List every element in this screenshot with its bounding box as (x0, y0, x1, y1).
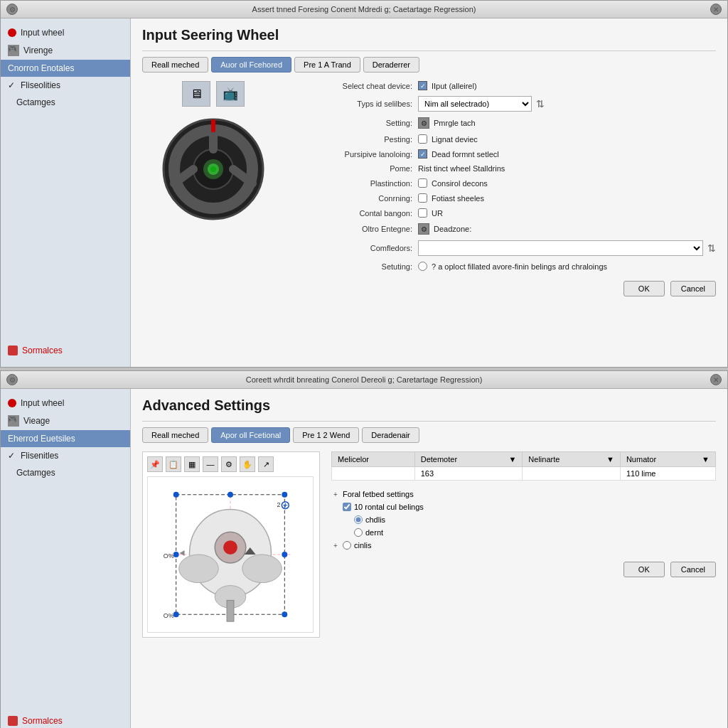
svg-rect-6 (211, 119, 215, 132)
label-conrning: Conrning: (299, 194, 412, 203)
tool-table[interactable]: ▦ (184, 456, 200, 472)
sidebar-bottom: Sormalces (1, 340, 130, 361)
divider-1 (142, 50, 716, 51)
label-oltro: Oltro Entegne: (299, 225, 412, 233)
window2-buttons: OK Cancel (331, 562, 716, 577)
sort-icon-comfledors: ⇅ (707, 242, 716, 254)
sidebar-item-virenge[interactable]: 🎮 Virenge (1, 41, 130, 60)
form-fields-1: Select cheat device: ✓ IIput (alleirel) … (299, 81, 716, 296)
table-row-1: 163 110 lime (332, 467, 716, 481)
svg-point-16 (173, 611, 179, 617)
select-comfledors[interactable] (418, 240, 703, 256)
sidebar2-item-gctamges[interactable]: Gctamges (1, 464, 130, 481)
sidebar2-item-input-wheel[interactable]: Input wheel (1, 395, 130, 412)
tool-minus[interactable]: — (203, 456, 218, 472)
sidebar-item-cnorron[interactable]: Cnorron Enotales (1, 60, 130, 77)
window1-sidebar: Input wheel 🎮 Virenge Cnorron Enotales F… (1, 18, 131, 367)
tab2-apor[interactable]: Apor oll Fcetional (211, 427, 290, 443)
data-table: Melicelor Detemoter ▼ Nelinarte ▼ (331, 451, 716, 481)
checkbox-pursipive[interactable]: ✓ (418, 149, 427, 159)
text-pome: Rist tinct wheel Stalldrins (418, 164, 505, 173)
label-contal: Contal bangon: (299, 209, 412, 218)
window1-tabs: Reall meched Auor oll Fcehored Pre 1 A T… (142, 57, 716, 73)
checkbox-10rontal[interactable] (343, 503, 351, 511)
tree-item-chdlis: chdlis (331, 513, 716, 526)
value-contal: UR (418, 208, 716, 218)
tool-arrow[interactable]: ↗ (258, 456, 274, 472)
steering-wheel-image (156, 112, 270, 226)
sidebar2-item-eherrod[interactable]: Eherrod Euetsiles (1, 430, 130, 447)
tab1-dera[interactable]: Deraderrer (363, 57, 419, 73)
col-sort-nel[interactable]: ▼ (606, 455, 614, 464)
tab2-pre12[interactable]: Pre 1 2 Wend (293, 427, 359, 443)
tab1-auor[interactable]: Auor oll Fcehored (211, 57, 291, 73)
device-icons-row: 🖥 📺 (182, 81, 245, 107)
radio-cinlis[interactable] (343, 541, 351, 550)
sidebar-item-input-wheel[interactable]: Input wheel (1, 24, 130, 41)
checkbox-contal[interactable] (418, 208, 427, 218)
sidebar2-item-flisenitles[interactable]: Flisenitles (1, 447, 130, 464)
field-pesting: Pesting: Lignat deviec (299, 134, 716, 144)
tool-hand[interactable]: ✋ (240, 456, 255, 472)
page-title-2: Advanced Settings (142, 397, 716, 414)
window1-buttons: OK Cancel (299, 281, 716, 296)
value-conrning: Fotiast sheeles (418, 193, 716, 203)
col-sort-det[interactable]: ▼ (508, 455, 516, 464)
radio-chdlis[interactable] (354, 515, 363, 524)
window2-main: Advanced Settings Reall meched Apor oll … (131, 389, 727, 728)
text-oltro: Deadzone: (434, 225, 471, 233)
sidebar-bottom-icon (8, 346, 18, 355)
value-pursipive: ✓ Dead formnt setlecl (418, 149, 716, 159)
sidebar2-spacer (1, 481, 130, 710)
tab2-reall[interactable]: Reall meched (142, 427, 208, 443)
checkbox-pesting[interactable] (418, 134, 427, 144)
cancel-button-2[interactable]: Cancel (670, 562, 716, 577)
sidebar-item-fliseolities[interactable]: Fliseolities (1, 77, 130, 94)
device-image-area: 🖥 📺 (142, 81, 284, 296)
cancel-button-1[interactable]: Cancel (670, 281, 716, 296)
checkbox-select-cheat[interactable]: ✓ (418, 81, 427, 90)
tool-gear[interactable]: ⚙ (221, 456, 237, 472)
ok-button-2[interactable]: OK (623, 562, 665, 577)
col-sort-num[interactable]: ▼ (702, 455, 710, 464)
field-types: Typs id selilbes: Nim all selectrado) ⇅ (299, 96, 716, 112)
device-icon-1: 🖥 (182, 81, 210, 107)
tree-expand-foral[interactable]: + (331, 490, 340, 498)
col-nelinarte: Nelinarte ▼ (523, 452, 621, 467)
tab2-dera[interactable]: Deradenair (362, 427, 419, 443)
tree-expand-cinlis[interactable]: + (331, 541, 340, 550)
gear-icon: ⚙ (418, 117, 429, 129)
tool-pin[interactable]: 📌 (147, 456, 163, 472)
label-pesting: Pesting: (299, 135, 412, 144)
label-setuting: Setuting: (299, 262, 412, 271)
tree-label-chdlis: chdlis (365, 515, 385, 524)
checkbox-conrning[interactable] (418, 193, 427, 203)
svg-point-14 (173, 492, 179, 498)
gear-icon-oltro: ⚙ (418, 223, 429, 235)
sidebar2-label-input-wheel: Input wheel (21, 398, 64, 408)
select-types[interactable]: Nim all selectrado) (418, 96, 532, 112)
tool-copy[interactable]: 📋 (166, 456, 181, 472)
divider-2 (142, 421, 716, 422)
svg-point-27 (223, 540, 237, 555)
tab1-pre1a[interactable]: Pre 1 A Trand (294, 57, 360, 73)
text-pesting: Lignat deviec (432, 135, 478, 144)
field-oltro: Oltro Entegne: ⚙ Deadzone: (299, 223, 716, 235)
sidebar2-item-vieage[interactable]: 🎮 Vieage (1, 412, 130, 430)
label-setting: Setting: (299, 119, 412, 127)
cell-numator: 110 lime (620, 467, 715, 481)
ok-button-1[interactable]: OK (623, 281, 665, 296)
sidebar-label-virenge: Virenge (23, 46, 53, 55)
radio-setuting[interactable] (418, 262, 427, 271)
red-dot-icon (8, 28, 16, 37)
radio-dernt[interactable] (354, 528, 363, 537)
field-contal: Contal bangon: UR (299, 208, 716, 218)
checkbox-plastinction[interactable] (418, 178, 427, 188)
svg-point-9 (210, 166, 216, 172)
tab1-reall[interactable]: Reall meched (142, 57, 208, 73)
svg-point-15 (282, 492, 287, 498)
tree-item-foral: + Foral fetbed settings (331, 488, 716, 500)
red-dot-icon2 (8, 399, 16, 407)
text-setuting: ? a oploct fillated avore-finin belings … (432, 262, 607, 271)
sidebar-item-gctamges[interactable]: Gctamges (1, 94, 130, 111)
